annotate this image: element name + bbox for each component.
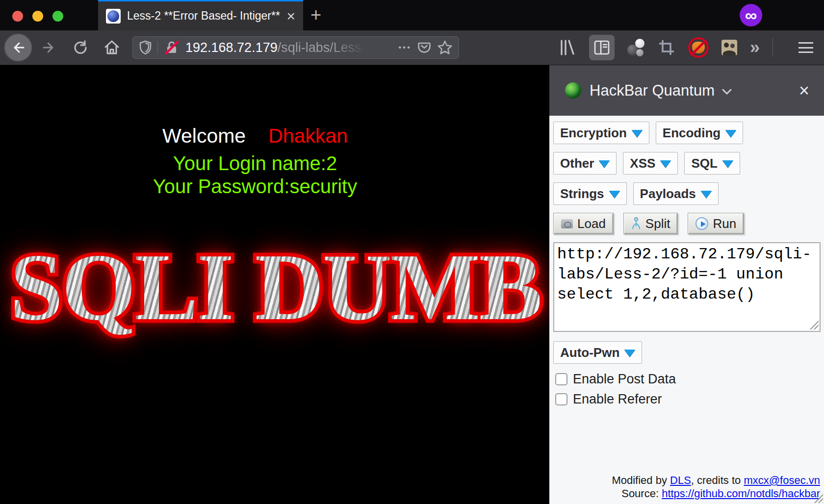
- app-menu-icon[interactable]: [798, 42, 813, 53]
- page-text-block: WelcomeDhakkan Your Login name:2 Your Pa…: [0, 124, 510, 198]
- browser-window: Less-2 **Error Based- Intiger** × + ∞: [0, 0, 824, 504]
- credits-line: Modified by DLS, credits to mxcx@fosec.v…: [612, 474, 820, 487]
- tab-close-icon[interactable]: ×: [286, 9, 295, 24]
- menu-label: Other: [560, 156, 594, 171]
- traffic-lights: [12, 11, 63, 22]
- email-link[interactable]: mxcx@fosec.vn: [744, 474, 820, 486]
- forward-arrow-icon: [42, 40, 56, 55]
- toolbar-divider: [772, 38, 773, 57]
- forward-button[interactable]: [38, 37, 60, 58]
- pocket-icon[interactable]: [417, 40, 432, 55]
- dls-link[interactable]: DLS: [670, 474, 691, 486]
- private-browsing-mask-icon: ∞: [740, 4, 762, 26]
- logo-metal-layer: SQLI DUMB: [10, 239, 540, 335]
- load-button[interactable]: Load: [553, 213, 614, 234]
- encryption-menu-button[interactable]: Encryption: [553, 122, 649, 144]
- menu-row-2: Other XSS SQL: [553, 152, 824, 175]
- minimize-window-button[interactable]: [32, 11, 43, 22]
- url-bar[interactable]: 192.168.72.179/sqli-labs/Less- •••: [132, 36, 459, 59]
- hackbar-header: HackBar Quantum ×: [549, 65, 824, 116]
- source-line: Source: https://github.com/notdls/hackba…: [612, 487, 820, 500]
- sidebar-toggle-button[interactable]: [589, 35, 615, 60]
- strings-menu-button[interactable]: Strings: [553, 182, 627, 205]
- sidebar-icon: [594, 40, 610, 55]
- menu-label: Auto-Pwn: [560, 345, 619, 360]
- dropdown-triangle-icon: [632, 130, 643, 137]
- sql-menu-button[interactable]: SQL: [684, 152, 740, 175]
- login-name-text: Your Login name:2: [0, 152, 510, 175]
- menu-label: Encryption: [560, 126, 627, 141]
- page-actions-icon[interactable]: •••: [398, 43, 412, 52]
- content-area: WelcomeDhakkan Your Login name:2 Your Pa…: [0, 65, 824, 504]
- url-text[interactable]: 192.168.72.179/sqli-labs/Less-: [185, 40, 366, 55]
- enable-post-data-checkbox[interactable]: [555, 373, 567, 385]
- dropdown-triangle-icon: [660, 160, 671, 168]
- enable-referer-row: Enable Referer: [553, 392, 824, 407]
- other-menu-button[interactable]: Other: [553, 152, 617, 175]
- tracking-protection-shield-icon[interactable]: [139, 40, 152, 55]
- dropdown-triangle-icon: [725, 130, 736, 137]
- sidebar-switcher-chevron-icon[interactable]: [722, 89, 732, 95]
- new-tab-button[interactable]: +: [306, 6, 326, 25]
- menu-label: SQL: [691, 156, 717, 171]
- source-link[interactable]: https://github.com/notdls/hackbar: [662, 487, 820, 500]
- url-input-wrapper: http://192.168.72.179/sqli-labs/Less-2/?…: [553, 242, 821, 332]
- navigation-toolbar: 192.168.72.179/sqli-labs/Less- •••: [0, 30, 824, 65]
- password-text: Your Password:security: [0, 175, 510, 198]
- hackbar-logo-icon: [565, 82, 581, 99]
- xss-menu-button[interactable]: XSS: [623, 152, 678, 175]
- source-text: Source:: [621, 487, 662, 500]
- zoom-window-button[interactable]: [52, 11, 63, 22]
- sqli-dumb-logo: SQLI DUMB SQLI DUMB: [10, 239, 540, 357]
- bookmark-star-icon[interactable]: [437, 40, 453, 55]
- browser-tab[interactable]: Less-2 **Error Based- Intiger** ×: [98, 0, 303, 30]
- menu-row-3: Strings Payloads: [553, 182, 824, 205]
- back-arrow-icon: [11, 40, 26, 55]
- close-window-button[interactable]: [12, 11, 23, 22]
- hackbar-sidebar: HackBar Quantum × Encryption Encoding: [549, 65, 824, 504]
- sidebar-close-icon[interactable]: ×: [799, 82, 809, 100]
- run-icon: [695, 217, 708, 230]
- dropdown-triangle-icon: [624, 350, 635, 357]
- enable-referer-checkbox[interactable]: [555, 393, 567, 405]
- menu-label: Strings: [560, 186, 604, 202]
- toolbar-icons: »: [558, 35, 813, 60]
- web-page: WelcomeDhakkan Your Login name:2 Your Pa…: [0, 65, 549, 504]
- welcome-line: WelcomeDhakkan: [0, 124, 510, 148]
- dropdown-triangle-icon: [599, 160, 610, 168]
- hackbar-title: HackBar Quantum: [590, 82, 715, 100]
- run-button[interactable]: Run: [688, 213, 744, 234]
- extension-disable-fox-icon[interactable]: [688, 37, 709, 58]
- load-icon: [561, 219, 573, 228]
- reload-icon: [73, 40, 88, 55]
- reload-button[interactable]: [70, 37, 91, 58]
- split-button[interactable]: Split: [623, 213, 678, 234]
- home-button[interactable]: [101, 37, 123, 58]
- library-icon[interactable]: [558, 39, 576, 56]
- menu-label: XSS: [630, 156, 655, 171]
- tab-title: Less-2 **Error Based- Intiger**: [127, 9, 283, 23]
- back-button[interactable]: [4, 33, 32, 62]
- enable-referer-label[interactable]: Enable Referer: [573, 392, 662, 407]
- payloads-menu-button[interactable]: Payloads: [633, 182, 719, 205]
- screenshot-crop-icon[interactable]: [658, 39, 675, 56]
- extension-molecule-icon[interactable]: [627, 39, 645, 56]
- dropdown-triangle-icon: [701, 191, 712, 198]
- payload-textarea[interactable]: http://192.168.72.179/sqli-labs/Less-2/?…: [553, 242, 821, 332]
- dropdown-triangle-icon: [609, 191, 620, 198]
- menu-label: Encoding: [663, 126, 721, 141]
- overflow-menu-icon[interactable]: »: [750, 39, 760, 56]
- insecure-lock-icon[interactable]: [163, 39, 180, 56]
- action-label: Run: [713, 216, 736, 231]
- extension-people-icon[interactable]: [721, 40, 737, 55]
- enable-post-data-label[interactable]: Enable Post Data: [573, 372, 676, 387]
- home-icon: [103, 39, 120, 56]
- credits-text: , credits to: [691, 474, 744, 486]
- split-icon: [631, 217, 641, 230]
- menu-row-1: Encryption Encoding: [553, 122, 824, 144]
- enable-post-data-row: Enable Post Data: [553, 372, 824, 387]
- window-titlebar: Less-2 **Error Based- Intiger** × + ∞: [0, 0, 824, 30]
- encoding-menu-button[interactable]: Encoding: [656, 122, 743, 144]
- url-path: /sqli-labs/Less-: [278, 40, 366, 55]
- auto-pwn-button[interactable]: Auto-Pwn: [553, 341, 642, 364]
